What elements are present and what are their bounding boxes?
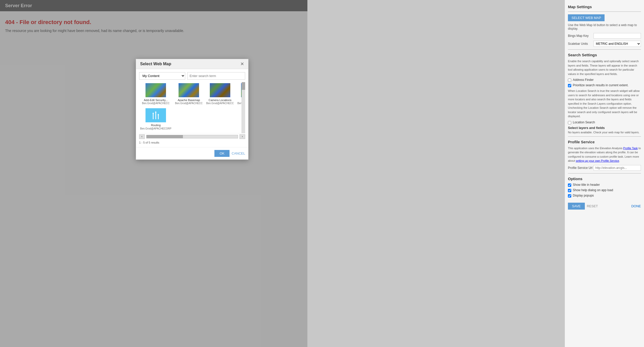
map-thumbnail [179,83,199,97]
map-name: Camera Locations [209,98,231,102]
scrollbar-thumb [242,82,245,90]
right-panel: Map Settings SELECT WEB MAP Use the Web … [565,0,644,347]
display-popups-row: Display popups [568,194,641,198]
options-title: Options [568,177,641,181]
done-button[interactable]: DONE [631,204,641,208]
map-thumb-world-image [210,83,230,97]
profile-service-url-input[interactable] [594,165,641,171]
profile-service-url-label: Profile Service Url [568,166,594,170]
vertical-scrollbar[interactable] [242,82,245,133]
location-search-label: Location Search [573,121,595,124]
scroll-left-button[interactable]: ‹ [139,134,145,139]
horizontal-scrollbar-area: ‹ › [139,133,245,140]
scalebar-units-row: Scalebar Units METRIC and ENGLISH METRIC… [568,41,641,47]
display-popups-label: Display popups [573,194,594,197]
show-title-row: Show title in header [568,183,641,187]
address-finder-label: Address Finder [573,78,594,82]
show-help-row: Show help dialog on app load [568,188,641,192]
scalebar-units-dropdown[interactable]: METRIC and ENGLISH METRIC ENGLISH DUAL [594,41,641,47]
map-name: Add-Edit Security... [144,98,168,102]
ok-button[interactable]: OK [214,150,230,157]
panel-divider-2 [568,49,641,50]
svg-marker-3 [155,111,157,113]
map-item[interactable]: Apache Basemap Ben.Grod@APACHECC [174,82,204,106]
map-thumbnail [146,83,166,97]
profile-service-desc: This application uses the Elevation Anal… [568,146,641,163]
cancel-button[interactable]: CANCEL [232,150,245,157]
map-item[interactable]: Routing Ben.Grod@APACHECORP [139,107,172,131]
map-owner: Ben.Grod@APACHECORP [140,127,171,130]
results-count: 1 - 5 of 5 results [139,141,245,144]
horizontal-scroll-track[interactable] [146,135,238,138]
map-settings-title: Map Settings [568,5,641,9]
bing-map-key-input[interactable] [594,33,641,39]
map-item[interactable]: Add-Edit Security... Ben.Grod@APACHECC [139,82,172,106]
modal-close-button[interactable]: ✕ [240,62,244,66]
map-thumbnail [146,108,166,122]
svg-marker-4 [152,112,154,114]
svg-marker-5 [158,114,159,115]
map-grid-container: Add-Edit Security... Ben.Grod@APACHECC A… [139,82,245,131]
show-help-label: Show help dialog on app load [573,188,613,192]
profile-task-link[interactable]: Profile Task [623,147,638,150]
map-owner: Ben.Grod@APACHECC [142,102,170,105]
map-thumb-world-image [179,83,199,97]
search-settings-title: Search Settings [568,53,641,57]
scalebar-units-label: Scalebar Units [568,42,594,46]
map-owner: Ben.Grod@APACHECC [175,102,203,105]
prioritize-label: Prioritize search results in current ext… [573,83,628,87]
bottom-buttons: SAVE RESET DONE [568,203,641,210]
content-filter-dropdown[interactable]: My Content My Organization ArcGIS Online [139,72,185,80]
profile-service-desc-text1: This application uses the Elevation Anal… [568,147,623,150]
map-thumb-world-image [146,83,166,97]
panel-divider-4 [568,173,641,174]
modal-overlay [0,0,307,347]
modal-controls: My Content My Organization ArcGIS Online [139,72,245,80]
display-popups-checkbox[interactable] [568,194,571,198]
save-button[interactable]: SAVE [568,203,585,210]
select-layers-label: Select layers and fields [568,126,641,130]
show-help-checkbox[interactable] [568,189,571,192]
profile-service-url-row: Profile Service Url [568,165,641,171]
select-web-map-button[interactable]: SELECT WEB MAP [568,14,605,21]
reset-button[interactable]: RESET [587,204,598,208]
modal-header: Select Web Map ✕ [136,59,248,69]
map-name: Routing [151,123,161,127]
panel-divider [568,12,641,12]
location-search-checkbox[interactable] [568,121,571,124]
modal-body: My Content My Organization ArcGIS Online… [136,69,248,147]
map-thumbnail [210,83,230,97]
bing-map-key-row: Bings Map Key [568,33,641,39]
map-item[interactable]: Camera Locations Ben.Grod@APACHECC [205,82,235,106]
prioritize-checkbox[interactable] [568,84,571,87]
no-layers-text: No layers available. Check your web map … [568,131,641,134]
show-title-checkbox[interactable] [568,183,571,187]
panel-divider-3 [568,136,641,137]
map-grid: Add-Edit Security... Ben.Grod@APACHECC A… [139,82,245,131]
select-web-map-hint: Use the Web Map Id button to select a we… [568,23,641,30]
address-finder-checkbox[interactable] [568,79,571,82]
select-web-map-modal: Select Web Map ✕ My Content My Organizat… [136,59,248,160]
modal-title: Select Web Map [140,62,171,66]
profile-service-title: Profile Service [568,140,641,144]
scroll-right-button[interactable]: › [240,134,245,139]
profile-service-link[interactable]: setting up your own Profile Service [576,159,619,162]
modal-footer: OK CANCEL [136,147,248,159]
search-input[interactable] [187,72,245,80]
search-settings-desc: Enable the search capability and optiona… [568,59,641,76]
horizontal-scroll-thumb [147,135,183,138]
location-search-desc: When Location Search is true the search … [568,89,641,118]
show-title-label: Show title in header [573,183,600,187]
map-owner: Ben.Grod@APACHECC [206,102,234,105]
prioritize-row: Prioritize search results in current ext… [568,83,641,87]
profile-service-desc-text3: . [619,159,620,162]
routing-arrows-icon [151,110,161,121]
location-search-row: Location Search [568,121,641,124]
bing-map-key-label: Bings Map Key [568,34,594,38]
map-thumb-routing-image [146,108,166,122]
map-name: Apache Basemap [178,98,200,102]
address-finder-row: Address Finder [568,78,641,82]
